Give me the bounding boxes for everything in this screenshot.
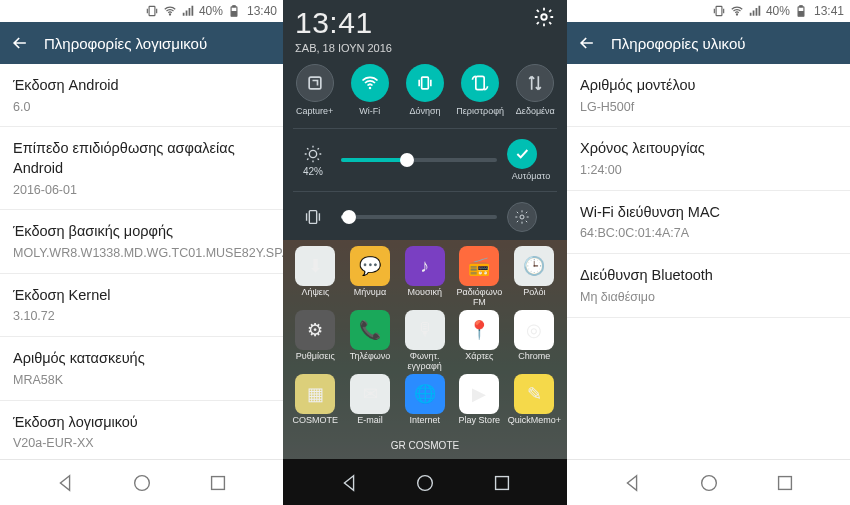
app-τηλ-φωνο[interactable]: 📞Τηλέφωνο (344, 310, 397, 372)
row-label: Χρόνος λειτουργίας (580, 139, 837, 159)
brightness-slider-row: 42% Αυτόματο (283, 131, 567, 189)
settings-row[interactable]: Wi-Fi διεύθυνση MAC64:BC:0C:01:4A:7A (567, 191, 850, 254)
svg-rect-10 (422, 77, 429, 89)
vibrate-status-icon (712, 4, 726, 18)
settings-row[interactable]: Έκδοση Kernel3.10.72 (0, 274, 283, 337)
qs-toggle-rotate[interactable]: Περιστροφή (454, 64, 506, 126)
brightness-slider[interactable] (341, 158, 497, 162)
status-clock: 13:41 (814, 4, 844, 18)
app-icon: ⚙ (295, 310, 335, 350)
nav-recent-icon[interactable] (207, 472, 229, 494)
app-icon: 💬 (350, 246, 390, 286)
volume-slider[interactable] (341, 215, 497, 219)
app-quickmemo-[interactable]: ✎QuickMemo+ (508, 374, 561, 434)
sound-settings-button[interactable] (507, 202, 537, 232)
svg-point-14 (520, 215, 524, 219)
app-label: Τηλέφωνο (344, 352, 397, 370)
row-value: MOLY.WR8.W1338.MD.WG.TC01.MUSE82Y.SP.V12 (13, 245, 270, 262)
svg-rect-21 (799, 12, 804, 16)
svg-point-5 (134, 475, 149, 490)
brightness-auto-label: Αυτόματο (507, 171, 555, 181)
app-φωνητ-εγγραφ-[interactable]: 🎙Φωνητ. εγγραφή (398, 310, 451, 372)
svg-rect-0 (149, 6, 155, 15)
nav-back-icon[interactable] (338, 472, 360, 494)
settings-list: Αριθμός μοντέλουLG-H500fΧρόνος λειτουργί… (567, 64, 850, 318)
settings-row[interactable]: Αριθμός κατασκευήςMRA58K (0, 337, 283, 400)
row-value: 2016-06-01 (13, 182, 270, 199)
app-μουσικ-[interactable]: ♪Μουσική (398, 246, 451, 308)
row-value: 3.10.72 (13, 308, 270, 325)
qs-date: ΣΑΒ, 18 ΙΟΥΝ 2016 (295, 42, 392, 54)
svg-rect-20 (800, 6, 802, 7)
brightness-icon (302, 143, 324, 165)
app-label: Ραδιόφωνο FM (453, 288, 506, 308)
app-label: Ρολόι (508, 288, 561, 306)
qs-toggle-label: Δόνηση (399, 106, 451, 126)
app-e-mail[interactable]: ✉E-mail (344, 374, 397, 434)
brightness-auto-toggle[interactable] (507, 139, 537, 169)
qs-toggle-data[interactable]: Δεδομένα (509, 64, 561, 126)
row-value: Μη διαθέσιμο (580, 289, 837, 306)
nav-back-icon[interactable] (621, 472, 643, 494)
back-arrow-icon[interactable] (10, 33, 30, 53)
settings-row[interactable]: Διεύθυνση BluetoothΜη διαθέσιμο (567, 254, 850, 317)
battery-pct: 40% (766, 4, 790, 18)
settings-row[interactable]: Έκδοση λογισμικούV20a-EUR-XX (0, 401, 283, 464)
svg-point-15 (418, 475, 433, 490)
app-label: Φωνητ. εγγραφή (398, 352, 451, 372)
svg-point-12 (309, 150, 316, 157)
app-chrome[interactable]: ◎Chrome (508, 310, 561, 372)
nav-bar (567, 459, 850, 505)
row-value: LG-H500f (580, 99, 837, 116)
app-label: Μήνυμα (344, 288, 397, 306)
app-ρυθμ-σεις[interactable]: ⚙Ρυθμίσεις (289, 310, 342, 372)
app-internet[interactable]: 🌐Internet (398, 374, 451, 434)
nav-recent-icon[interactable] (491, 472, 513, 494)
nav-home-icon[interactable] (414, 472, 436, 494)
svg-rect-13 (309, 210, 316, 223)
phone-quick-settings: 13:41 ΣΑΒ, 18 ΙΟΥΝ 2016 Capture+Wi-FiΔόν… (283, 0, 567, 505)
row-label: Διεύθυνση Bluetooth (580, 266, 837, 286)
settings-row[interactable]: Επίπεδο επιδιόρθωσης ασφαλείας Android20… (0, 127, 283, 210)
nav-home-icon[interactable] (131, 472, 153, 494)
svg-point-9 (369, 87, 372, 90)
app-icon: 📍 (459, 310, 499, 350)
nav-recent-icon[interactable] (774, 472, 796, 494)
row-value: 1:24:00 (580, 162, 837, 179)
settings-row[interactable]: Έκδοση βασικής μορφήςMOLY.WR8.W1338.MD.W… (0, 210, 283, 273)
settings-row[interactable]: Έκδοση Android6.0 (0, 64, 283, 127)
battery-pct: 40% (199, 4, 223, 18)
settings-gear-icon[interactable] (533, 6, 555, 28)
svg-rect-23 (778, 476, 791, 489)
wifi-status-icon (730, 4, 744, 18)
status-bar: 40% 13:40 (0, 0, 283, 22)
qs-toggle-vibrate[interactable]: Δόνηση (399, 64, 451, 126)
row-label: Έκδοση λογισμικού (13, 413, 270, 433)
app-icon: ♪ (405, 246, 445, 286)
svg-point-1 (169, 14, 170, 15)
svg-point-18 (736, 14, 737, 15)
status-clock: 13:40 (247, 4, 277, 18)
app-μ-νυμα[interactable]: 💬Μήνυμα (344, 246, 397, 308)
back-arrow-icon[interactable] (577, 33, 597, 53)
app-play-store[interactable]: ▶Play Store (453, 374, 506, 434)
app-label: Ρυθμίσεις (289, 352, 342, 370)
app-ραδι-φωνο-fm[interactable]: 📻Ραδιόφωνο FM (453, 246, 506, 308)
settings-row[interactable]: Χρόνος λειτουργίας1:24:00 (567, 127, 850, 190)
row-value: 64:BC:0C:01:4A:7A (580, 225, 837, 242)
page-title: Πληροφορίες υλικού (611, 35, 745, 52)
app-icon: 📻 (459, 246, 499, 286)
app-label: Χάρτες (453, 352, 506, 370)
row-label: Επίπεδο επιδιόρθωσης ασφαλείας Android (13, 139, 270, 178)
carrier-label: GR COSMOTE (289, 436, 561, 455)
app-ρολ-ι[interactable]: 🕒Ρολόι (508, 246, 561, 308)
app-cosmote[interactable]: ▦COSMOTE (289, 374, 342, 434)
qs-toggle-wifi[interactable]: Wi-Fi (344, 64, 396, 126)
settings-row[interactable]: Αριθμός μοντέλουLG-H500f (567, 64, 850, 127)
nav-back-icon[interactable] (54, 472, 76, 494)
app-χ-ρτες[interactable]: 📍Χάρτες (453, 310, 506, 372)
app-icon: ✎ (514, 374, 554, 414)
qs-toggle-capture[interactable]: Capture+ (289, 64, 341, 126)
nav-home-icon[interactable] (698, 472, 720, 494)
app-λ-ψεις[interactable]: ⬇Λήψεις (289, 246, 342, 308)
